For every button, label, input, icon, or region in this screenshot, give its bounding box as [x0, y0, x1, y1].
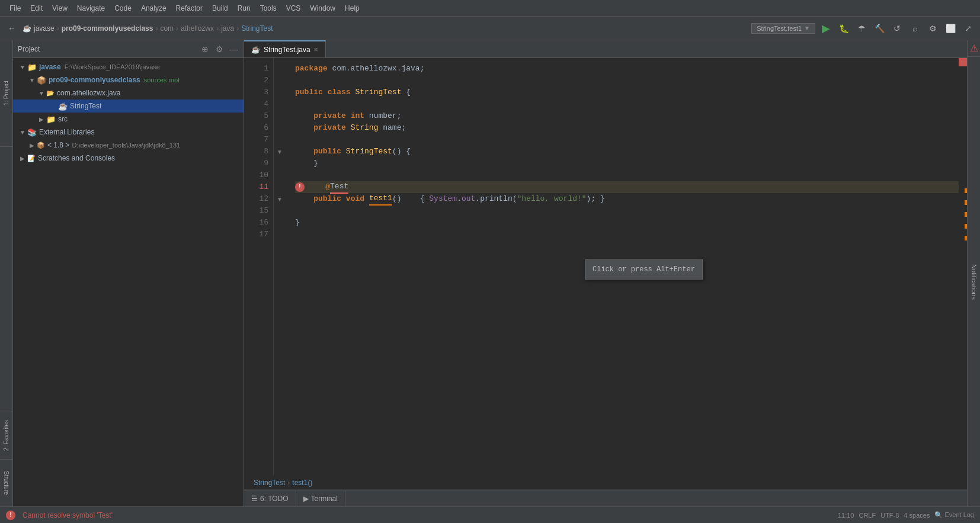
- code-line-2: [295, 75, 959, 86]
- tree-arrow-jdk: ▶: [27, 142, 37, 149]
- menu-analyze[interactable]: Analyze: [136, 3, 171, 14]
- tree-label-scratches: Scratches and Consoles: [38, 154, 115, 162]
- project-gear-button[interactable]: ⚙: [214, 44, 225, 54]
- search-everywhere-button[interactable]: ⌕: [908, 21, 922, 36]
- status-indent[interactable]: 4 spaces: [904, 512, 930, 519]
- breadcrumb-module[interactable]: pro09-commonlyusedclass: [62, 24, 153, 33]
- tree-path-jdk: D:\developer_tools\Java\jdk\jdk8_131: [72, 142, 180, 149]
- tree-label-stringtest: StringTest: [70, 102, 101, 110]
- ed-bc-method[interactable]: test1(): [292, 479, 312, 487]
- terminal-button[interactable]: ⬜: [943, 21, 957, 36]
- tab-terminal[interactable]: ▶ Terminal: [296, 490, 345, 506]
- src-icon: 📁: [46, 115, 56, 124]
- menu-run[interactable]: Run: [233, 3, 255, 14]
- project-tree: ▼ 📁 javase E:\WorkSpace_IDEA2019\javase …: [13, 58, 244, 506]
- breadcrumb-class[interactable]: StringTest: [241, 24, 273, 33]
- status-charset[interactable]: UTF-8: [880, 512, 899, 519]
- tree-item-ext-libs[interactable]: ▼ 📚 External Libraries: [13, 126, 244, 139]
- code-line-1: package com.athellozwx.java;: [295, 63, 959, 75]
- gutter-warn-1: [965, 188, 967, 193]
- menu-view[interactable]: View: [47, 3, 72, 14]
- build-button[interactable]: 🔨: [872, 21, 886, 36]
- project-panel: Project ⊕ ⚙ — ▼ 📁 javase E:\WorkSpace_ID…: [13, 40, 244, 506]
- menu-window[interactable]: Window: [305, 3, 340, 14]
- tree-label-pro09: pro09-commonlyusedclass: [49, 76, 140, 84]
- debug-button[interactable]: 🐛: [837, 21, 851, 36]
- menu-navigate[interactable]: Navigate: [72, 3, 110, 14]
- fold-btn-12[interactable]: ▼: [274, 193, 286, 205]
- line-num-8: 8: [244, 146, 268, 158]
- sidebar-tab-favorites[interactable]: 2: Favorites: [1, 414, 11, 457]
- project-panel-title: Project: [18, 45, 196, 53]
- back-button[interactable]: ←: [5, 21, 19, 36]
- gutter-error-top: [959, 58, 967, 66]
- editor-area: ☕ StringTest.java × 1 2 3 4 5 6 7 8 9 10…: [244, 40, 967, 506]
- tab-icon-java: ☕: [251, 46, 260, 54]
- menu-build[interactable]: Build: [207, 3, 233, 14]
- tree-label-javase: javase: [39, 63, 61, 71]
- editor-breadcrumb: StringTest › test1(): [244, 476, 967, 490]
- tab-stringtest[interactable]: ☕ StringTest.java ×: [244, 40, 326, 57]
- ed-bc-class[interactable]: StringTest: [254, 479, 285, 487]
- right-tab-database[interactable]: Notifications: [969, 258, 979, 306]
- gutter-warn-4: [965, 224, 967, 229]
- breadcrumb-java[interactable]: java: [221, 24, 234, 33]
- code-editor[interactable]: 1 2 3 4 5 6 7 8 9 10 11 12 15 16 17: [244, 58, 967, 476]
- menu-file[interactable]: File: [5, 3, 25, 14]
- status-bar: ! Cannot resolve symbol 'Test' 11:10 CRL…: [0, 506, 980, 523]
- code-line-5: private int number;: [295, 110, 959, 122]
- tree-item-stringtest[interactable]: ☕ StringTest: [13, 100, 244, 113]
- breadcrumb-javase[interactable]: javase: [34, 24, 55, 33]
- module-icon: 📦: [37, 76, 46, 85]
- tree-item-scratches[interactable]: ▶ 📝 Scratches and Consoles: [13, 152, 244, 165]
- maximize-button[interactable]: ⤢: [961, 21, 975, 36]
- menu-code[interactable]: Code: [110, 3, 136, 14]
- tooltip-popup[interactable]: Click or press Alt+Enter: [585, 259, 703, 280]
- line-num-6: 6: [244, 122, 268, 134]
- breadcrumb-com[interactable]: com: [160, 24, 174, 33]
- sidebar-tab-project[interactable]: 1: Project: [1, 75, 11, 111]
- code-content[interactable]: package com.athellozwx.java; public clas…: [286, 58, 959, 476]
- tree-sources-label: sources root: [144, 76, 180, 84]
- tree-item-javase[interactable]: ▼ 📁 javase E:\WorkSpace_IDEA2019\javase: [13, 60, 244, 73]
- tree-arrow-javase: ▼: [18, 64, 27, 70]
- tree-item-src[interactable]: ▶ 📁 src: [13, 113, 244, 126]
- status-error-text[interactable]: Cannot resolve symbol 'Test': [23, 511, 113, 519]
- event-log-button[interactable]: 🔍 Event Log: [934, 511, 974, 519]
- menu-vcs[interactable]: VCS: [281, 3, 306, 14]
- run-configuration[interactable]: StringTest.test1 ▼: [751, 23, 815, 34]
- status-position[interactable]: 11:10: [838, 512, 854, 519]
- gutter-warn-5: [965, 236, 967, 240]
- tab-todo[interactable]: ☰ 6: TODO: [244, 490, 296, 506]
- line-num-1: 1: [244, 63, 268, 75]
- fold-btn-8[interactable]: ▼: [274, 146, 286, 158]
- sidebar-tab-structure[interactable]: Structure: [1, 465, 11, 501]
- breadcrumb-athellozwx[interactable]: athellozwx: [181, 24, 214, 33]
- tab-close-button[interactable]: ×: [314, 46, 318, 54]
- coverage-button[interactable]: ☂: [854, 21, 869, 36]
- reload-button[interactable]: ↺: [890, 21, 904, 36]
- line-num-2: 2: [244, 75, 268, 86]
- right-tab-notifications[interactable]: ⚠: [968, 40, 981, 56]
- code-line-6: private String name;: [295, 122, 959, 134]
- menu-edit[interactable]: Edit: [25, 3, 47, 14]
- project-scope-button[interactable]: ⊕: [200, 44, 210, 54]
- settings-button[interactable]: ⚙: [925, 21, 940, 36]
- right-error-gutter: [959, 58, 967, 476]
- breadcrumb-sep-1: ›: [57, 24, 59, 33]
- status-crlf[interactable]: CRLF: [859, 512, 876, 519]
- run-button[interactable]: ▶: [819, 21, 833, 36]
- tab-terminal-label: Terminal: [311, 495, 338, 503]
- tree-item-pro09[interactable]: ▼ 📦 pro09-commonlyusedclass sources root: [13, 73, 244, 86]
- tree-item-com-package[interactable]: ▼ 📂 com.athellozwx.java: [13, 86, 244, 100]
- tree-item-jdk[interactable]: ▶ 📦 < 1.8 > D:\developer_tools\Java\jdk\…: [13, 139, 244, 152]
- line-numbers: 1 2 3 4 5 6 7 8 9 10 11 12 15 16 17: [244, 58, 274, 476]
- menubar: File Edit View Navigate Code Analyze Ref…: [0, 0, 980, 17]
- todo-icon: ☰: [251, 495, 258, 503]
- menu-help[interactable]: Help: [340, 3, 364, 14]
- menu-tools[interactable]: Tools: [255, 3, 281, 14]
- tree-path-javase: E:\WorkSpace_IDEA2019\javase: [65, 63, 160, 70]
- line-num-16: 16: [244, 217, 268, 229]
- menu-refactor[interactable]: Refactor: [171, 3, 207, 14]
- project-minimize-button[interactable]: —: [228, 44, 239, 54]
